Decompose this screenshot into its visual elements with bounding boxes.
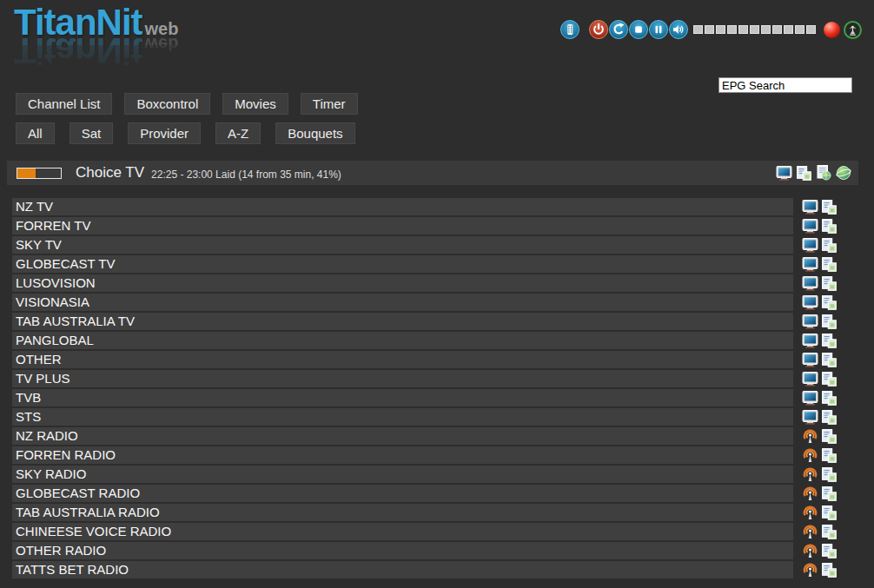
volume-block[interactable] (795, 25, 804, 34)
volume-block[interactable] (727, 25, 737, 34)
volume-block[interactable] (693, 25, 703, 34)
volume-block[interactable] (750, 25, 759, 34)
radio-antenna-icon (802, 505, 818, 521)
tv-screen-button[interactable] (802, 390, 818, 406)
channel-name[interactable]: TATTS BET RADIO (12, 561, 793, 578)
channel-name[interactable]: TAB AUSTRALIA TV (12, 313, 793, 330)
channel-name[interactable]: GLOBECAST TV (12, 255, 793, 273)
signal-indicator[interactable] (844, 21, 862, 39)
channel-epg-button[interactable] (821, 447, 838, 464)
channel-name[interactable]: GLOBECAST RADIO (12, 485, 793, 502)
channel-epg-button[interactable] (821, 314, 838, 330)
channel-epg-button[interactable] (821, 256, 838, 273)
filter-sat[interactable]: Sat (70, 122, 114, 144)
epg-search-input[interactable] (718, 77, 852, 93)
channel-epg-button[interactable] (821, 352, 838, 368)
pause-button[interactable] (649, 20, 668, 39)
channel-name[interactable]: TAB AUSTRALIA RADIO (12, 504, 793, 521)
tv-screen-button[interactable] (775, 164, 792, 182)
stop-button[interactable] (629, 20, 648, 39)
channel-name[interactable]: CHINEESE VOICE RADIO (12, 523, 793, 540)
channel-epg-button[interactable] (821, 199, 838, 215)
channel-name[interactable]: VISIONASIA (12, 294, 793, 311)
channel-name[interactable]: NZ TV (12, 198, 793, 215)
channel-epg-icon (821, 505, 838, 521)
tv-screen-button[interactable] (802, 237, 818, 254)
channel-row-actions (802, 218, 838, 235)
tv-screen-button[interactable] (802, 275, 818, 292)
remote-button[interactable] (560, 20, 579, 39)
channel-epg-button[interactable] (821, 371, 838, 387)
channel-epg-button[interactable] (821, 562, 838, 578)
web-stream-button[interactable] (835, 164, 852, 182)
tv-screen-button[interactable] (802, 314, 818, 330)
record-indicator[interactable] (824, 22, 840, 38)
volume-block[interactable] (705, 25, 714, 34)
tv-screen-button[interactable] (802, 352, 818, 368)
channel-name[interactable]: NZ RADIO (12, 427, 793, 445)
channel-epg-button[interactable] (821, 390, 838, 406)
channel-name[interactable]: PANGLOBAL (12, 332, 793, 349)
channel-name[interactable]: FORREN TV (12, 217, 793, 235)
channel-epg-button[interactable] (821, 218, 838, 235)
radio-antenna-button[interactable] (802, 562, 818, 578)
radio-antenna-button[interactable] (802, 466, 818, 483)
filter-all[interactable]: All (16, 122, 55, 144)
channel-name[interactable]: FORREN RADIO (12, 446, 793, 464)
tv-screen-button[interactable] (802, 409, 818, 426)
channel-name[interactable]: OTHER (12, 351, 793, 368)
refresh-button[interactable] (609, 20, 628, 39)
radio-antenna-button[interactable] (802, 447, 818, 464)
volume-block[interactable] (784, 25, 793, 34)
filter-provider[interactable]: Provider (128, 122, 201, 144)
channel-name[interactable]: TVB (12, 389, 793, 406)
volume-block[interactable] (772, 25, 782, 34)
radio-antenna-button[interactable] (802, 524, 818, 540)
channel-epg-button[interactable] (821, 543, 838, 559)
tab-boxcontrol[interactable]: Boxcontrol (124, 93, 210, 115)
channel-epg-button[interactable] (795, 164, 812, 182)
radio-antenna-button[interactable] (802, 505, 818, 521)
volume-block[interactable] (738, 25, 748, 34)
power-button[interactable] (589, 20, 608, 39)
tab-timer[interactable]: Timer (301, 93, 358, 115)
filter-bouquets[interactable]: Bouquets (275, 122, 354, 144)
channel-epg-button[interactable] (821, 428, 838, 445)
channel-name[interactable]: SKY RADIO (12, 466, 793, 483)
filter-a-z[interactable]: A-Z (215, 122, 261, 144)
tv-screen-button[interactable] (802, 371, 818, 387)
channel-epg-button[interactable] (821, 275, 838, 292)
volume-block[interactable] (716, 25, 725, 34)
channel-name[interactable]: OTHER RADIO (12, 542, 793, 559)
channel-name[interactable]: TV PLUS (12, 370, 793, 387)
tv-screen-button[interactable] (802, 199, 818, 215)
volume-button[interactable] (669, 20, 688, 39)
radio-antenna-button[interactable] (802, 486, 818, 502)
volume-block[interactable] (761, 25, 771, 34)
tv-screen-button[interactable] (802, 333, 818, 349)
tab-channel-list[interactable]: Channel List (16, 93, 112, 115)
channel-name[interactable]: LUSOVISION (12, 274, 793, 292)
tv-screen-button[interactable] (802, 294, 818, 311)
channel-epg-button[interactable] (821, 294, 838, 311)
channel-epg-icon (821, 218, 838, 235)
channel-epg-button[interactable] (821, 524, 838, 540)
channel-epg-button[interactable] (821, 466, 838, 483)
channel-epg-button[interactable] (821, 409, 838, 426)
channel-row-actions (802, 237, 838, 254)
channel-epg-button[interactable] (821, 505, 838, 521)
channel-name[interactable]: SKY TV (12, 236, 793, 254)
channel-epg-button[interactable] (821, 237, 838, 254)
header-control-bar (560, 19, 862, 40)
channel-name[interactable]: STS (12, 408, 793, 426)
tab-movies[interactable]: Movies (222, 93, 288, 115)
volume-block[interactable] (806, 25, 816, 34)
channel-epg-button[interactable] (821, 486, 838, 502)
epg-document-button[interactable] (815, 164, 832, 182)
radio-antenna-button[interactable] (802, 543, 818, 559)
radio-antenna-button[interactable] (802, 428, 818, 445)
channel-epg-button[interactable] (821, 333, 838, 349)
tv-screen-button[interactable] (802, 256, 818, 273)
tv-screen-button[interactable] (802, 218, 818, 235)
tv-screen-icon (802, 199, 818, 215)
